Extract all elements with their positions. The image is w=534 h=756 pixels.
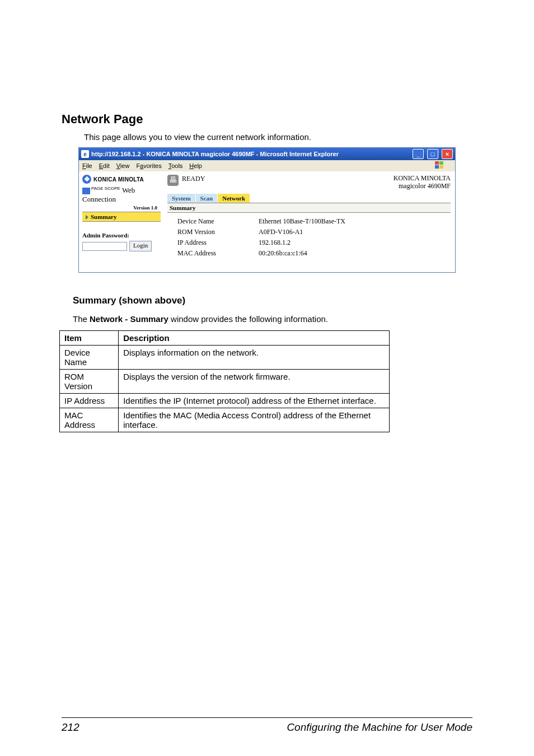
row-mac-address: MAC Address 00:20:6b:ca:c1:64 <box>167 248 349 259</box>
subsection-title: Summary (shown above) <box>62 295 472 306</box>
menu-edit[interactable]: Edit <box>99 162 110 169</box>
tab-scan[interactable]: Scan <box>196 194 218 203</box>
brand-dot-icon: ❖ <box>82 175 91 184</box>
menu-file[interactable]: File <box>82 162 92 169</box>
pagescope-icon <box>82 188 90 194</box>
maximize-button[interactable]: □ <box>427 149 438 159</box>
table-row: ROM Version Displays the version of the … <box>60 369 390 393</box>
row-rom-version: ROM Version A0FD-V106-A1 <box>167 227 349 237</box>
col-header-description: Description <box>119 330 390 345</box>
window-title: http://192.168.1.2 - KONICA MINOLTA magi… <box>91 151 339 157</box>
triangle-icon <box>86 215 88 220</box>
page-intro: This page allows you to view the current… <box>62 132 472 142</box>
description-table: Item Description Device Name Displays in… <box>59 330 390 432</box>
brand-row: ❖ KONICA MINOLTA <box>82 175 161 184</box>
table-row: IP Address Identifies the IP (Internet p… <box>60 393 390 408</box>
tabs: System Scan Network <box>167 194 451 203</box>
menu-bar: File Edit View Favorites Tools Help <box>79 160 455 171</box>
table-row: Device Name Displays information on the … <box>60 345 390 369</box>
col-header-item: Item <box>60 330 119 345</box>
pagescope-label: PAGE SCOPE Web Connection <box>82 186 161 204</box>
row-ip-address: IP Address 192.168.1.2 <box>167 237 349 248</box>
tab-system[interactable]: System <box>167 194 195 203</box>
version-label: Version 1.0 <box>82 205 161 211</box>
printer-icon: 🖶 <box>167 175 179 186</box>
status-text: READY <box>182 175 205 183</box>
brand-name: KONICA MINOLTA <box>93 176 144 183</box>
section-heading: Summary <box>167 203 451 213</box>
model-label: KONICA MINOLTA magicolor 4690MF <box>394 175 451 190</box>
minimize-button[interactable]: _ <box>413 149 424 159</box>
menu-tools[interactable]: Tools <box>168 162 183 169</box>
network-info-table: Device Name Ethernet 10Base-T/100Base-TX… <box>167 216 349 259</box>
windows-logo-icon <box>435 161 445 170</box>
menu-view[interactable]: View <box>116 162 130 169</box>
footer-label: Configuring the Machine for User Mode <box>287 721 472 734</box>
close-button[interactable]: × <box>442 149 453 159</box>
page-number: 212 <box>62 721 79 734</box>
menu-favorites[interactable]: Favorites <box>136 162 161 169</box>
main-panel: 🖶 READY KONICA MINOLTA magicolor 4690MF … <box>163 171 455 272</box>
browser-window: e http://192.168.1.2 - KONICA MINOLTA ma… <box>78 147 456 273</box>
menu-help[interactable]: Help <box>189 162 202 169</box>
sidebar-item-summary[interactable]: Summary <box>82 212 161 222</box>
subsection-intro: The Network - Summary window provides th… <box>62 314 472 324</box>
row-device-name: Device Name Ethernet 10Base-T/100Base-TX <box>167 216 349 227</box>
admin-password-label: Admin Password: <box>82 232 161 239</box>
table-row: MAC Address Identifies the MAC (Media Ac… <box>60 408 390 432</box>
sidebar: ❖ KONICA MINOLTA PAGE SCOPE Web Connecti… <box>79 171 163 272</box>
window-titlebar: e http://192.168.1.2 - KONICA MINOLTA ma… <box>79 148 455 160</box>
ie-icon: e <box>81 150 89 158</box>
page-heading: Network Page <box>62 112 472 127</box>
tab-network[interactable]: Network <box>218 194 250 203</box>
page-footer: 212 Configuring the Machine for User Mod… <box>62 717 472 734</box>
login-button[interactable]: Login <box>129 241 152 251</box>
admin-password-input[interactable] <box>82 242 127 251</box>
